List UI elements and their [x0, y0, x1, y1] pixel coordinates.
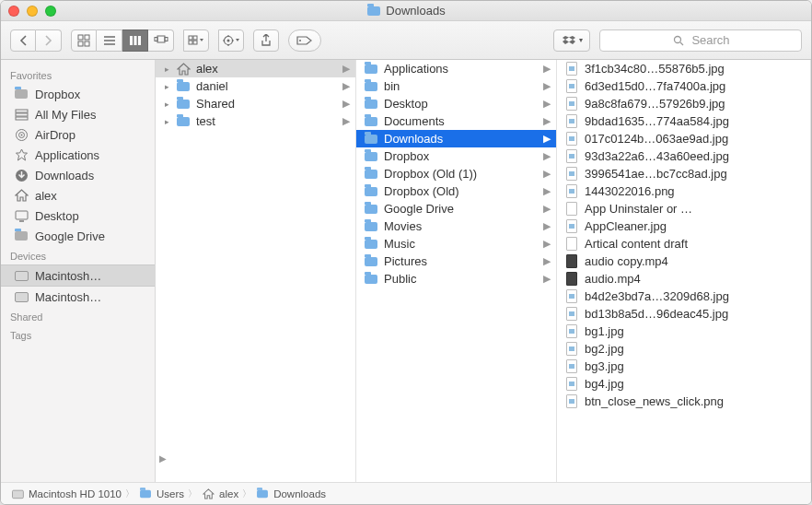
browser-row[interactable]: Desktop▶ — [356, 95, 556, 112]
browser-row[interactable]: btn_close_news_click.png — [557, 393, 810, 410]
folder-icon — [364, 97, 378, 112]
row-label: Dropbox (Old (1)) — [384, 167, 477, 181]
minimize-button[interactable] — [27, 6, 38, 17]
img-icon — [564, 184, 579, 199]
expand-handle-icon[interactable]: ▶ — [159, 453, 167, 464]
row-label: Shared — [196, 97, 235, 111]
chevron-right-icon: ▶ — [543, 203, 551, 215]
browser-row[interactable]: ▸alex▶ — [156, 60, 355, 77]
sidebar-item[interactable]: Macintosh… — [1, 287, 155, 307]
list-view-button[interactable] — [97, 29, 122, 52]
browser-row[interactable]: Music▶ — [356, 235, 556, 252]
sidebar-item[interactable]: Desktop — [1, 206, 155, 226]
svg-rect-38 — [569, 119, 574, 123]
browser-row[interactable]: ▸daniel▶ — [156, 77, 355, 95]
sidebar-item[interactable]: alex — [1, 185, 155, 206]
browser-row[interactable]: Movies▶ — [356, 217, 556, 235]
search-field[interactable]: Search — [599, 29, 802, 52]
arrange-button[interactable] — [183, 29, 209, 52]
browser-row[interactable]: Dropbox (Old)▶ — [356, 182, 556, 200]
browser-row[interactable]: Pictures▶ — [356, 252, 556, 270]
browser-row[interactable]: Documents▶ — [356, 112, 556, 130]
browser-row[interactable]: ▸test▶ — [156, 112, 355, 130]
browser-row[interactable]: bg3.jpg — [557, 358, 810, 375]
browser-row[interactable]: Downloads▶ — [356, 130, 556, 147]
view-buttons — [71, 29, 174, 52]
zoom-button[interactable] — [45, 6, 56, 17]
svg-rect-0 — [78, 35, 83, 40]
column-1[interactable]: ▶▸alex▶▸daniel▶▸Shared▶▸test▶ — [156, 60, 356, 482]
disclosure-triangle-icon: ▸ — [163, 82, 170, 91]
column-3[interactable]: 3f1cb34c80…55876b5.jpg6d3ed15d0…7fa7400a… — [557, 60, 811, 482]
path-segment[interactable]: Downloads — [255, 487, 326, 501]
svg-point-18 — [227, 39, 230, 41]
browser-row[interactable]: audio.mp4 — [557, 270, 810, 288]
sidebar-section-label: Tags — [1, 325, 155, 344]
tags-button[interactable] — [288, 29, 321, 52]
browser-row[interactable]: bd13b8a5d…96deac45.jpg — [557, 305, 810, 323]
folder-icon — [364, 272, 378, 287]
chevron-right-icon: ▶ — [342, 63, 350, 75]
browser-row[interactable]: b4d2e3bd7a…3209d68.jpg — [557, 288, 810, 305]
dropbox-button[interactable]: ▾ — [553, 29, 590, 52]
browser-row[interactable]: Applications▶ — [356, 60, 556, 77]
sidebar-item[interactable]: AirDrop — [1, 124, 155, 145]
browser-row[interactable]: Public▶ — [356, 270, 556, 288]
browser-row[interactable]: 3996541ae…bc7cc8ad.jpg — [557, 165, 810, 182]
column-2[interactable]: Applications▶bin▶Desktop▶Documents▶Downl… — [356, 60, 557, 482]
browser-row[interactable]: bg1.jpg — [557, 323, 810, 340]
icon-view-button[interactable] — [71, 29, 97, 52]
browser-row[interactable]: 93d3a22a6…43a60eed.jpg — [557, 147, 810, 165]
share-button[interactable] — [253, 29, 279, 52]
close-button[interactable] — [8, 6, 19, 17]
back-button[interactable] — [10, 29, 36, 52]
browser-row[interactable]: 3f1cb34c80…55876b5.jpg — [557, 60, 810, 77]
sidebar-item[interactable]: Google Drive — [1, 226, 155, 246]
download-icon — [14, 168, 29, 182]
browser-row[interactable]: 1443022016.png — [557, 182, 810, 200]
svg-rect-14 — [193, 36, 197, 40]
path-segment[interactable]: Macintosh HD 1010 — [10, 487, 122, 501]
folder-icon — [364, 202, 378, 217]
svg-rect-16 — [193, 41, 197, 44]
sidebar: FavoritesDropboxAll My FilesAirDropAppli… — [1, 60, 156, 482]
column-view-button[interactable] — [122, 29, 148, 52]
browser-row[interactable]: 6d3ed15d0…7fa7400a.jpg — [557, 77, 810, 95]
browser-row[interactable]: bin▶ — [356, 77, 556, 95]
row-label: Dropbox (Old) — [384, 184, 459, 198]
browser-row[interactable]: 9bdad1635…774aa584.jpg — [557, 112, 810, 130]
browser-row[interactable]: ▸Shared▶ — [156, 95, 355, 112]
forward-button[interactable] — [36, 29, 62, 52]
browser-row[interactable]: bg4.jpg — [557, 375, 810, 393]
chevron-right-icon: ▶ — [342, 98, 350, 110]
svg-rect-15 — [189, 41, 192, 44]
action-button[interactable] — [218, 29, 244, 52]
browser-row[interactable]: audio copy.mp4 — [557, 252, 810, 270]
browser-row[interactable]: AppCleaner.jpg — [557, 217, 810, 235]
folder-icon — [176, 114, 191, 129]
img-icon — [564, 167, 579, 182]
coverflow-view-button[interactable] — [148, 29, 174, 52]
row-label: bg2.jpg — [585, 342, 624, 356]
browser-row[interactable]: App Uninstaler or … — [557, 200, 810, 217]
browser-row[interactable]: Dropbox▶ — [356, 147, 556, 165]
path-segment[interactable]: alex — [201, 487, 238, 501]
folder-icon — [139, 487, 152, 500]
sidebar-item[interactable]: Downloads — [1, 165, 155, 185]
path-segment[interactable]: Users — [138, 487, 184, 501]
chevron-right-icon: ▶ — [342, 115, 350, 127]
svg-rect-42 — [569, 189, 574, 194]
sidebar-item[interactable]: Macintosh… — [1, 264, 155, 287]
browser-row[interactable]: Dropbox (Old (1))▶ — [356, 165, 556, 182]
browser-row[interactable]: Artical content draft — [557, 235, 810, 252]
sidebar-item[interactable]: Applications — [1, 145, 155, 165]
sidebar-item[interactable]: Dropbox — [1, 84, 155, 104]
browser-row[interactable]: 017c0124b…063ae9ad.jpg — [557, 130, 810, 147]
folder-icon — [364, 237, 378, 252]
browser-row[interactable]: bg2.jpg — [557, 340, 810, 358]
browser-row[interactable]: 9a8c8fa679…57926b9.jpg — [557, 95, 810, 112]
row-label: alex — [196, 62, 218, 76]
folder-icon — [364, 79, 378, 94]
browser-row[interactable]: Google Drive▶ — [356, 200, 556, 217]
sidebar-item[interactable]: All My Files — [1, 104, 155, 124]
